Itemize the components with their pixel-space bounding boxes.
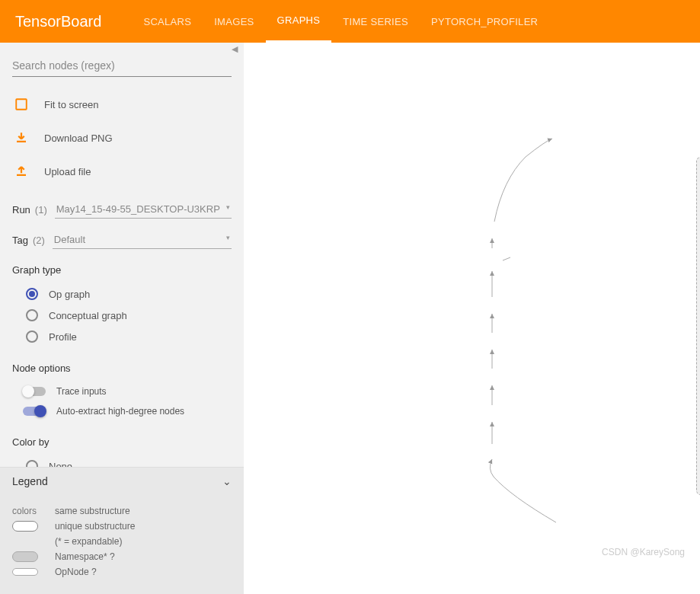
legend-text: unique substructure [55,521,135,532]
radio-color-none[interactable]: None [12,455,232,467]
tag-select[interactable]: Default [53,231,232,249]
svg-rect-0 [16,99,27,110]
tab-time-series[interactable]: TIME SERIES [331,0,420,43]
app-header: TensorBoard SCALARS IMAGES GRAPHS TIME S… [0,0,700,43]
sidebar: ◀ Fit to screen Download PNG [0,43,244,594]
download-label: Download PNG [44,133,113,144]
upload-label: Upload file [44,166,91,177]
toggle-label: Auto-extract high-degree nodes [56,406,184,417]
tab-scalars[interactable]: SCALARS [132,0,203,43]
fit-label: Fit to screen [44,99,99,110]
module-label: MyModel [697,165,700,176]
legend-text: (* = expandable) [55,536,122,547]
legend-text: OpNode ? [55,567,97,577]
run-select[interactable]: May14_15-49-55_DESKTOP-U3KRP [55,200,232,219]
search-input[interactable] [12,55,232,77]
download-icon [12,129,30,147]
legend-title: Legend [12,475,48,487]
download-png-button[interactable]: Download PNG [12,121,232,155]
legend-panel: Legend ⌄ colors same substructure unique… [0,467,244,594]
upload-file-button[interactable]: Upload file [12,155,232,188]
radio-label: Profile [49,331,77,343]
radio-profile[interactable]: Profile [12,326,232,347]
legend-swatch-namespace [12,551,38,562]
fit-to-screen-button[interactable]: Fit to screen [12,88,232,121]
svg-rect-2 [17,174,26,176]
tensorboard-logo: TensorBoard [15,13,101,30]
run-label: Run [12,204,30,216]
radio-label: None [49,461,72,468]
tab-pytorch-profiler[interactable]: PYTORCH_PROFILER [420,0,549,43]
node-options-header: Node options [12,362,232,374]
svg-rect-1 [17,141,26,142]
toggle-trace-inputs[interactable] [23,387,46,396]
tab-images[interactable]: IMAGES [203,0,265,43]
toggle-label: Trace inputs [56,386,107,397]
radio-label: Op graph [49,289,90,300]
graph-canvas[interactable]: MyModel output Linear[fc] Conv2d[con... … [244,43,700,594]
radio-icon [26,309,38,321]
graph-type-header: Graph type [12,264,232,276]
radio-label: Conceptual graph [49,310,127,321]
toggle-auto-extract[interactable] [23,407,46,416]
tab-graphs[interactable]: GRAPHS [266,0,332,43]
fit-screen-icon [12,95,30,113]
tag-count: (2) [33,235,45,246]
radio-conceptual-graph[interactable]: Conceptual graph [12,305,232,326]
legend-colors-label: colors [12,506,55,516]
legend-swatch-opnode [12,568,38,576]
tag-label: Tag [12,235,28,246]
legend-toggle[interactable]: Legend ⌄ [0,468,244,495]
watermark: CSDN @KareySong [602,547,685,557]
collapse-icon[interactable]: ◀ [232,44,238,54]
radio-icon [26,460,38,467]
color-by-header: Color by [12,436,232,448]
legend-text: Namespace* ? [55,551,115,562]
chevron-down-icon: ⌄ [222,475,232,487]
run-count: (1) [35,204,47,216]
upload-icon [12,162,30,180]
legend-text: same substructure [55,506,130,516]
legend-swatch-unique [12,521,38,532]
radio-icon [26,288,38,300]
radio-op-graph[interactable]: Op graph [12,283,232,305]
module-mymodel[interactable]: MyModel [696,157,700,495]
radio-icon [26,331,38,343]
